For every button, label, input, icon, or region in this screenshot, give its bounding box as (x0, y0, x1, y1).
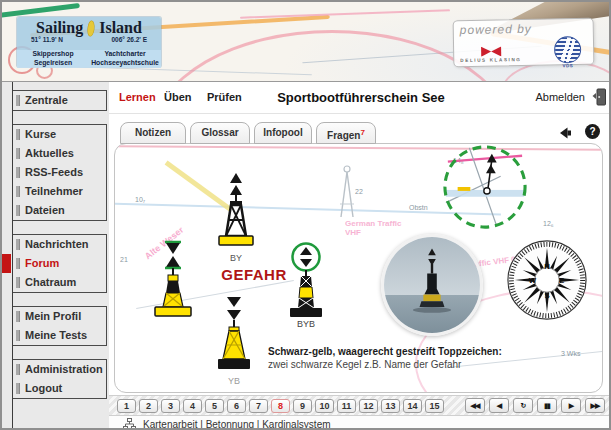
page-button-2[interactable]: 2 (139, 399, 158, 413)
page-button-9[interactable]: 9 (293, 399, 312, 413)
page-button-15[interactable]: 15 (425, 399, 444, 413)
tab-infopool[interactable]: Infopool (254, 122, 312, 144)
help-icon[interactable]: ? (585, 124, 600, 139)
go-first-button[interactable]: ◀◀ (465, 398, 485, 413)
dk-brand-label: DELIUS KLASING (460, 57, 521, 63)
west-cardinal-icon (151, 239, 195, 325)
media-controls: ◀◀ ◀ ↻ ▮▮ ▶ ▶▶ (465, 398, 605, 413)
tab-label: Fragen (327, 130, 360, 141)
logout-link[interactable]: Abmelden (535, 91, 585, 103)
buoy-north-cardinal: BY (212, 172, 260, 263)
logo-coordinates: 51° 11.9' N 006° 26.2' E (21, 36, 157, 43)
sidebar-item-nachrichten[interactable]: Nachrichten (12, 235, 106, 254)
tab-fragen[interactable]: Fragen7 (316, 122, 376, 144)
sidebar-item-label: Meine Tests (25, 329, 87, 341)
service-label: Yachtcharter (89, 50, 161, 59)
sidebar-item-label: Administration (25, 363, 103, 375)
chart-decor-line (114, 145, 603, 150)
sidebar-item-label: Nachrichten (25, 238, 89, 250)
top-banner: Sailing Island 51° 11.9' N 006° 26.2' E … (2, 2, 611, 82)
menu-tick-icon (16, 129, 20, 140)
sidebar-item-administration[interactable]: Administration (12, 360, 106, 379)
top-nav: Lernen Üben Prüfen Sportbootführerschein… (109, 82, 611, 114)
vds-label: VDS (562, 63, 573, 68)
menu-tick-icon (16, 364, 20, 375)
go-last-button[interactable]: ▶▶ (585, 398, 605, 413)
description-heading: Schwarz-gelb, waagerecht gestreift Toppz… (268, 346, 568, 357)
sidebar-group-kommunikation: Nachrichten Forum Chatraum (12, 234, 107, 293)
buoy-south-cardinal: YB (212, 295, 256, 386)
sidebar-item-forum[interactable]: Forum (12, 254, 106, 273)
logo-word-1: Sailing (36, 19, 83, 37)
step-back-button[interactable]: ◀ (489, 398, 509, 413)
page-button-6[interactable]: 6 (227, 399, 246, 413)
page-button-12[interactable]: 12 (359, 399, 378, 413)
sidebar-item-label: Forum (25, 257, 59, 269)
page-button-7[interactable]: 7 (249, 399, 268, 413)
sidebar-item-kurse[interactable]: Kurse (12, 125, 106, 144)
page-button-4[interactable]: 4 (183, 399, 202, 413)
step-forward-button[interactable]: ▶ (561, 398, 581, 413)
tab-notizen[interactable]: Notizen (120, 122, 186, 144)
active-item-marker (1, 254, 11, 273)
replay-button[interactable]: ↻ (513, 398, 533, 413)
page-button-11[interactable]: 11 (337, 399, 356, 413)
page-button-13[interactable]: 13 (381, 399, 400, 413)
menu-tick-icon (16, 186, 20, 197)
logo-title: Sailing Island (21, 19, 157, 37)
fragen-count-badge: 7 (360, 128, 364, 137)
sidebar-item-mein-profil[interactable]: Mein Profil (12, 307, 106, 326)
logout-door-icon[interactable] (591, 87, 607, 111)
breadcrumb[interactable]: Kartenarbeit | Betonnung | Kardinalsyste… (143, 419, 331, 430)
app-window: Sailing Island 51° 11.9' N 006° 26.2' E … (0, 0, 611, 430)
logo-services: Skippershop Segelreisen Yachtcharter Hoc… (17, 50, 161, 68)
menu-tick-icon (16, 167, 20, 178)
chart-label: 22 (355, 188, 363, 195)
page-button-3[interactable]: 3 (161, 399, 180, 413)
logo-services-left: Skippershop Segelreisen (17, 50, 89, 68)
page-button-10[interactable]: 10 (315, 399, 334, 413)
sidebar-item-meine-tests[interactable]: Meine Tests (12, 326, 106, 345)
sidebar-item-dateien[interactable]: Dateien (12, 201, 106, 220)
menu-tick-icon (16, 205, 20, 216)
sidebar-item-label: Zentrale (25, 94, 68, 106)
footer-bar: Kartenarbeit | Betonnung | Kardinalsyste… (109, 416, 611, 430)
menu-tick-icon (16, 277, 20, 288)
sidebar-item-label: Aktuelles (25, 147, 74, 159)
page-button-8-active[interactable]: 8 (271, 399, 290, 413)
menu-tick-icon (16, 148, 20, 159)
lesson-description: Schwarz-gelb, waagerecht gestreift Toppz… (268, 346, 568, 370)
logo-word-2: Island (99, 19, 142, 37)
sidebar-item-zentrale[interactable]: Zentrale (12, 91, 106, 110)
chart-label: Obstn (409, 204, 428, 211)
sidebar: Zentrale Kurse Aktuelles RSS-Feeds Teiln… (2, 82, 109, 428)
sidebar-item-rss-feeds[interactable]: RSS-Feeds (12, 163, 106, 182)
sidebar-item-chatraum[interactable]: Chatraum (12, 273, 106, 292)
sidebar-item-aktuelles[interactable]: Aktuelles (12, 144, 106, 163)
sidebar-item-label: Logout (25, 382, 62, 394)
menu-tick-icon (16, 95, 20, 106)
lesson-canvas: Obstn 10₇ 14₈ 12₆ 22 21 3 Wks 13 Alte We… (114, 143, 603, 393)
page-button-5[interactable]: 5 (205, 399, 224, 413)
chart-label: 12₆ (543, 220, 554, 227)
page-button-1[interactable]: 1 (117, 399, 136, 413)
service-label: Segelreisen (17, 59, 89, 68)
page-button-14[interactable]: 14 (403, 399, 422, 413)
sidebar-item-label: Dateien (25, 204, 65, 216)
sidebar-item-logout[interactable]: Logout (12, 379, 106, 398)
description-text: zwei schwarze Kegel z.B. Name der Gefahr (268, 359, 568, 370)
sidebar-item-teilnehmer[interactable]: Teilnehmer (12, 182, 106, 201)
vds-circle-icon (554, 36, 581, 63)
compass-letter-w: W (529, 276, 537, 285)
menu-tick-icon (16, 330, 20, 341)
sidebar-group-profil: Mein Profil Meine Tests (12, 306, 107, 346)
chart-label: 21 (120, 256, 128, 263)
pause-button[interactable]: ▮▮ (537, 398, 557, 413)
compass-letter-n: N (544, 262, 550, 271)
tab-label: Infopool (263, 127, 302, 138)
speaker-icon[interactable] (558, 126, 573, 144)
buoy-east-cardinal: BYB (285, 242, 327, 329)
sidebar-item-label: Kurse (25, 128, 56, 140)
tab-glossar[interactable]: Glossar (190, 122, 250, 144)
sidebar-item-label: Mein Profil (25, 310, 81, 322)
